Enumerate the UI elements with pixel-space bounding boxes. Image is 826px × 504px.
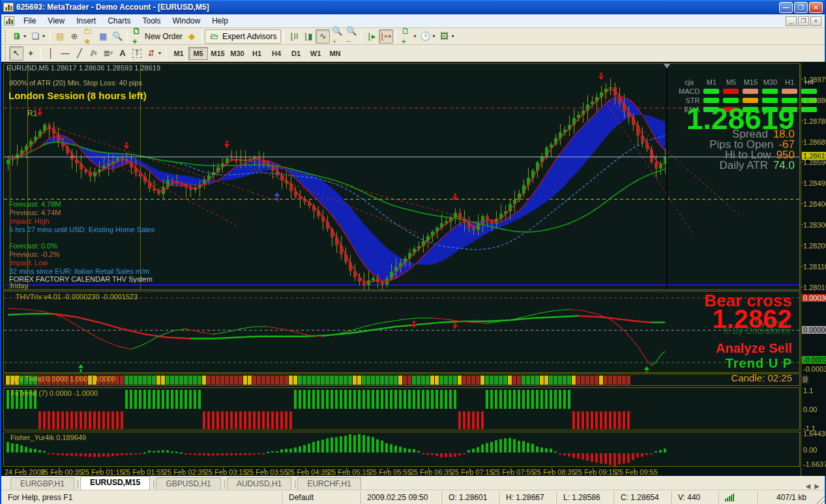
data-window-button[interactable]: ⊕ bbox=[67, 29, 81, 44]
chart-window-icon bbox=[4, 16, 14, 25]
templates-button[interactable]: 🖼▾ bbox=[437, 29, 456, 44]
channel-tool[interactable]: ⫽E bbox=[87, 46, 101, 61]
timeframe-d1[interactable]: D1 bbox=[286, 47, 306, 60]
status-help: For Help, press F1 bbox=[1, 492, 282, 504]
main-chart-canvas[interactable] bbox=[1, 62, 826, 476]
new-order-button[interactable]: 🗋+New Order bbox=[130, 29, 184, 44]
hline-icon: — bbox=[60, 48, 70, 59]
tab-separator: | bbox=[151, 478, 156, 490]
arrows-tool[interactable]: ⇵▾ bbox=[144, 46, 163, 61]
step-forward-button[interactable]: ⌊▸ bbox=[364, 29, 379, 44]
cursor-tool[interactable]: ↖ bbox=[9, 46, 23, 61]
menu-charts[interactable]: Charts bbox=[102, 15, 136, 27]
timeframe-m15[interactable]: M15 bbox=[208, 47, 228, 60]
status-open: O: 1.28601 bbox=[441, 492, 499, 504]
timeframe-h1[interactable]: H1 bbox=[247, 47, 267, 60]
indicators-icon: 🗋+ bbox=[401, 31, 411, 42]
vertical-line-tool[interactable]: │ bbox=[44, 46, 58, 61]
text-label-tool[interactable]: T bbox=[130, 46, 144, 61]
market-watch-button[interactable]: ▤ bbox=[53, 29, 67, 44]
tab-eurchfh1[interactable]: EURCHF,H1 bbox=[297, 477, 361, 490]
profiles-icon: ❏ bbox=[30, 31, 40, 42]
menu-window[interactable]: Window bbox=[167, 15, 207, 27]
menu-file[interactable]: File bbox=[18, 15, 42, 27]
navigator-button[interactable]: 🗀★ bbox=[81, 29, 96, 44]
periods-button[interactable]: 🕑▾ bbox=[418, 29, 437, 44]
warning-diamond-icon: ◆ bbox=[186, 31, 197, 42]
bar-chart-button[interactable]: ⌊ǀǀ bbox=[287, 29, 301, 44]
zoom-in-icon: 🔍+ bbox=[332, 31, 342, 42]
standard-toolbar: 🗋+▾ ❏▾ ▤ ⊕ 🗀★ ▦ 🔍 🗋+New Order ◆ 🗁 Expert… bbox=[1, 28, 825, 45]
mdi-close-button[interactable]: × bbox=[810, 16, 821, 26]
drawing-toolbar: ↖ + │ — ╱ ⫽E ≣F A T ⇵▾ M1M5M15M30H1H4D1W… bbox=[1, 45, 825, 62]
horizontal-line-tool[interactable]: — bbox=[58, 46, 72, 61]
tab-gbpusdh1[interactable]: GBPUSD,H1 bbox=[156, 477, 220, 490]
timeframe-w1[interactable]: W1 bbox=[306, 47, 325, 60]
crosshair-icon: ⊕ bbox=[69, 31, 80, 42]
line-chart-button[interactable]: ∿ bbox=[316, 29, 330, 44]
terminal-button[interactable]: ▦ bbox=[96, 29, 110, 44]
fibonacci-icon: ≣F bbox=[103, 48, 113, 59]
toolbar-grip2[interactable] bbox=[5, 47, 7, 60]
crosshair-tool[interactable]: + bbox=[23, 46, 38, 61]
crosshair-tool-icon: + bbox=[25, 48, 36, 59]
maximize-button[interactable]: ❐ bbox=[794, 2, 808, 13]
close-button[interactable]: ✕ bbox=[809, 2, 823, 13]
timeframe-m30[interactable]: M30 bbox=[228, 47, 247, 60]
minimize-button[interactable]: — bbox=[779, 2, 793, 13]
tester-icon: 🔍 bbox=[112, 31, 123, 42]
tab-scroll-right-icon[interactable]: ▶ bbox=[814, 482, 819, 490]
timeframe-h4[interactable]: H4 bbox=[267, 47, 286, 60]
tab-eurusdm15[interactable]: EURUSD,M15 bbox=[80, 476, 150, 490]
auto-scroll-button[interactable]: ⌊↦ bbox=[379, 29, 393, 44]
new-chart-button[interactable]: 🗋+▾ bbox=[9, 29, 28, 44]
signal-bars-icon bbox=[725, 494, 734, 501]
status-time: 2009.02.25 09:50 bbox=[360, 492, 441, 504]
tab-audusdh1[interactable]: AUDUSD,H1 bbox=[227, 477, 291, 490]
trendline-tool[interactable]: ╱ bbox=[72, 46, 87, 61]
app-icon bbox=[3, 3, 14, 12]
metatrader-window: 625693: MetaTrader - Demo Account - [EUR… bbox=[0, 0, 826, 504]
status-profile[interactable]: Default bbox=[282, 492, 360, 504]
status-traffic: 407/1 kb bbox=[757, 492, 813, 504]
cursor-icon: ↖ bbox=[11, 48, 22, 59]
metaeditor-button[interactable]: ◆ bbox=[184, 29, 199, 44]
menu-bar: FileViewInsertChartsToolsWindowHelp _ ❐ … bbox=[1, 14, 825, 28]
indicators-button[interactable]: 🗋+▾ bbox=[399, 29, 418, 44]
text-label-icon: T bbox=[132, 49, 141, 58]
fibonacci-tool[interactable]: ≣F bbox=[101, 46, 115, 61]
menu-help[interactable]: Help bbox=[206, 15, 234, 27]
mdi-minimize-button[interactable]: _ bbox=[786, 16, 797, 26]
menu-tools[interactable]: Tools bbox=[137, 15, 167, 27]
profiles-button[interactable]: ❏▾ bbox=[28, 29, 47, 44]
timeframe-m5[interactable]: M5 bbox=[188, 47, 208, 60]
toolbar-grip[interactable] bbox=[5, 30, 7, 43]
menu-view[interactable]: View bbox=[42, 15, 70, 27]
zoom-out-button[interactable]: 🔍− bbox=[344, 29, 359, 44]
strategy-tester-button[interactable]: 🔍 bbox=[110, 29, 125, 44]
expert-advisors-icon: 🗁 bbox=[209, 31, 220, 42]
zoom-in-button[interactable]: 🔍+ bbox=[330, 29, 344, 44]
menu-insert[interactable]: Insert bbox=[70, 15, 102, 27]
step-forward-icon: ⌊▸ bbox=[366, 31, 377, 42]
tab-eurgbph1[interactable]: EURGBP,H1 bbox=[10, 477, 74, 490]
zoom-out-icon: 🔍− bbox=[346, 31, 357, 42]
tab-scroll-left-icon[interactable]: ◀ bbox=[806, 482, 811, 490]
tab-separator: | bbox=[293, 478, 297, 490]
tab-scroll-arrows: ◀▶ bbox=[801, 482, 825, 490]
text-tool[interactable]: A bbox=[115, 46, 130, 61]
resize-grip[interactable] bbox=[816, 496, 825, 504]
candlestick-icon: ⌊▮ bbox=[303, 31, 314, 42]
trendline-icon: ╱ bbox=[74, 48, 85, 59]
candlestick-chart-button[interactable]: ⌊▮ bbox=[301, 29, 316, 44]
expert-advisors-toggle[interactable]: 🗁 Expert Advisors bbox=[205, 29, 281, 44]
timeframe-mn[interactable]: MN bbox=[325, 47, 345, 60]
mdi-restore-button[interactable]: ❐ bbox=[798, 16, 809, 26]
bar-chart-icon: ⌊ǀǀ bbox=[289, 31, 299, 42]
connection-status bbox=[718, 492, 757, 504]
channel-icon: ⫽E bbox=[89, 48, 99, 59]
arrows-icon: ⇵ bbox=[146, 48, 156, 59]
clock-icon: 🕑 bbox=[420, 31, 430, 42]
timeframe-m1[interactable]: M1 bbox=[169, 47, 188, 60]
tab-separator: | bbox=[76, 478, 80, 490]
